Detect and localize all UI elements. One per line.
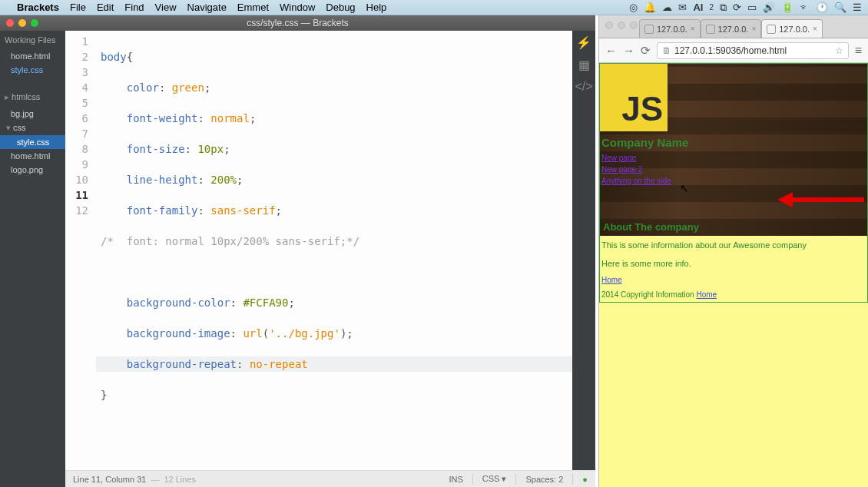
favicon-icon — [644, 25, 654, 34]
brackets-window: css/style.css — Brackets Working Files h… — [0, 15, 595, 487]
indentation[interactable]: Spaces: 2 — [525, 475, 563, 484]
working-files-header[interactable]: Working Files — [0, 31, 65, 49]
wifi-icon[interactable]: ᯤ — [800, 2, 810, 13]
menu-edit[interactable]: Edit — [97, 2, 114, 13]
brackets-sidebar: Working Files home.html style.css htmlcs… — [0, 31, 65, 487]
close-button[interactable] — [6, 19, 14, 27]
back-button[interactable]: ← — [605, 44, 617, 57]
cursor-position[interactable]: Line 11, Column 31 — [73, 475, 146, 484]
code-icon[interactable]: </> — [575, 80, 592, 94]
chrome-window: 127.0.0.× 127.0.0.× 127.0.0.× ← → ⟳ 🗎 12… — [598, 15, 868, 487]
brackets-titlebar: css/style.css — Brackets — [0, 15, 595, 31]
tree-bg[interactable]: bg.jpg — [0, 107, 65, 121]
annotation-arrow-icon — [776, 184, 868, 215]
code-content[interactable]: body{ color: green; font-weight: normal;… — [96, 34, 595, 470]
reload-button[interactable]: ⟳ — [641, 44, 651, 58]
notification-icon[interactable]: ☰ — [853, 2, 862, 13]
chat-icon[interactable]: ✉ — [678, 2, 687, 13]
chrome-tabstrip: 127.0.0.× 127.0.0.× 127.0.0.× — [599, 15, 868, 38]
traffic-lights — [6, 19, 38, 27]
home-link[interactable]: Home — [600, 273, 624, 287]
tree-style-css[interactable]: style.css — [0, 135, 65, 149]
tree-logo-png[interactable]: logo.png — [0, 163, 65, 177]
tab-close-icon[interactable]: × — [691, 25, 695, 33]
zoom-button[interactable] — [31, 19, 38, 27]
live-preview-icon[interactable]: ⚡ — [576, 35, 591, 50]
footer-home-link[interactable]: Home — [696, 290, 717, 299]
tree-css-folder[interactable]: css — [0, 121, 65, 135]
app-name[interactable]: Brackets — [17, 2, 59, 13]
tab-close-icon[interactable]: × — [751, 25, 756, 33]
logo: JS — [600, 64, 668, 131]
menu-navigate[interactable]: Navigate — [187, 2, 227, 13]
window-title: css/style.css — Brackets — [247, 18, 349, 28]
page-icon: 🗎 — [662, 45, 671, 56]
bookmark-star-icon[interactable]: ☆ — [835, 45, 843, 56]
url-text: 127.0.0.1:59036/home.html — [674, 45, 787, 56]
browser-viewport: JS Company Name New page New page 2 Anyt… — [599, 63, 868, 487]
tab-close-icon[interactable]: × — [813, 25, 817, 33]
battery-icon[interactable]: 🔋 — [781, 2, 793, 13]
menu-view[interactable]: View — [155, 2, 177, 13]
display-icon[interactable]: ▭ — [747, 2, 757, 13]
project-root[interactable]: htmlcss — [0, 88, 65, 107]
sync-icon[interactable]: ⟳ — [733, 2, 741, 13]
nav-link-3[interactable]: Anything on the side — [600, 174, 867, 185]
line-gutter: 123456789101112 — [65, 34, 96, 470]
brackets-toolstrip: ⚡ ▦ </> — [572, 31, 595, 470]
address-bar[interactable]: 🗎 127.0.0.1:59036/home.html ☆ — [657, 42, 849, 59]
svg-marker-1 — [777, 192, 793, 207]
menu-window[interactable]: Window — [280, 2, 315, 13]
nav-link-1[interactable]: New page — [600, 151, 867, 162]
line-count: 12 Lines — [164, 475, 196, 484]
working-file-home[interactable]: home.html — [0, 49, 65, 63]
about-p1: This is some information about our Aweso… — [600, 236, 867, 254]
menu-debug[interactable]: Debug — [326, 2, 355, 13]
insert-mode[interactable]: INS — [449, 475, 462, 484]
brackets-statusbar: Line 11, Column 31 — 12 Lines INS CSS ▾ … — [65, 470, 595, 487]
browser-tab-1[interactable]: 127.0.0.× — [639, 19, 701, 38]
footer: 2014 Copyright Information Home — [600, 287, 867, 302]
dropbox-icon[interactable]: ⧉ — [720, 2, 727, 14]
macos-menubar: Brackets File Edit Find View Navigate Em… — [0, 0, 868, 15]
minimize-button[interactable] — [18, 19, 26, 27]
editor-area[interactable]: 123456789101112 body{ color: green; font… — [65, 31, 595, 487]
chrome-menu-icon[interactable]: ≡ — [855, 44, 862, 58]
favicon-icon — [706, 25, 715, 34]
working-file-style[interactable]: style.css — [0, 63, 65, 77]
browser-tab-3-active[interactable]: 127.0.0.× — [761, 19, 823, 38]
chrome-close[interactable] — [605, 22, 613, 29]
menu-help[interactable]: Help — [366, 2, 387, 13]
adobe-icon[interactable]: AI — [693, 2, 703, 13]
spotlight-icon[interactable]: 🔍 — [834, 2, 846, 13]
siri-icon[interactable]: ◎ — [629, 2, 638, 13]
favicon-icon — [767, 25, 776, 34]
chrome-toolbar: ← → ⟳ 🗎 127.0.0.1:59036/home.html ☆ ≡ — [599, 38, 868, 63]
nav-link-2[interactable]: New page 2 — [600, 162, 867, 174]
bell-icon[interactable]: 🔔 — [644, 2, 656, 13]
chrome-traffic-lights — [605, 22, 638, 29]
clock-icon[interactable]: 🕐 — [816, 2, 828, 13]
company-name: Company Name — [600, 131, 867, 151]
mouse-cursor-icon: ↖ — [680, 182, 689, 194]
badge: 2 — [709, 3, 714, 12]
chrome-min[interactable] — [618, 22, 625, 29]
menubar-right-icons: ◎ 🔔 ☁ ✉ AI 2 ⧉ ⟳ ▭ 🔊 🔋 ᯤ 🕐 🔍 ☰ — [629, 2, 862, 14]
menu-emmet[interactable]: Emmet — [237, 2, 269, 13]
language-mode[interactable]: CSS ▾ — [482, 474, 507, 484]
status-ok-icon[interactable]: ● — [582, 475, 588, 484]
menu-file[interactable]: File — [70, 2, 86, 13]
chrome-zoom[interactable] — [630, 22, 638, 29]
menu-find[interactable]: Find — [124, 2, 144, 13]
about-p2: Here is some more info. — [600, 254, 867, 273]
extensions-icon[interactable]: ▦ — [578, 58, 590, 72]
forward-button[interactable]: → — [623, 44, 634, 57]
about-header: About The company — [601, 217, 701, 234]
volume-icon[interactable]: 🔊 — [763, 2, 775, 13]
cloud-icon[interactable]: ☁ — [662, 2, 672, 13]
browser-tab-2[interactable]: 127.0.0.× — [701, 19, 762, 38]
tree-home-html[interactable]: home.html — [0, 149, 65, 163]
preview-page: JS Company Name New page New page 2 Anyt… — [599, 63, 868, 303]
